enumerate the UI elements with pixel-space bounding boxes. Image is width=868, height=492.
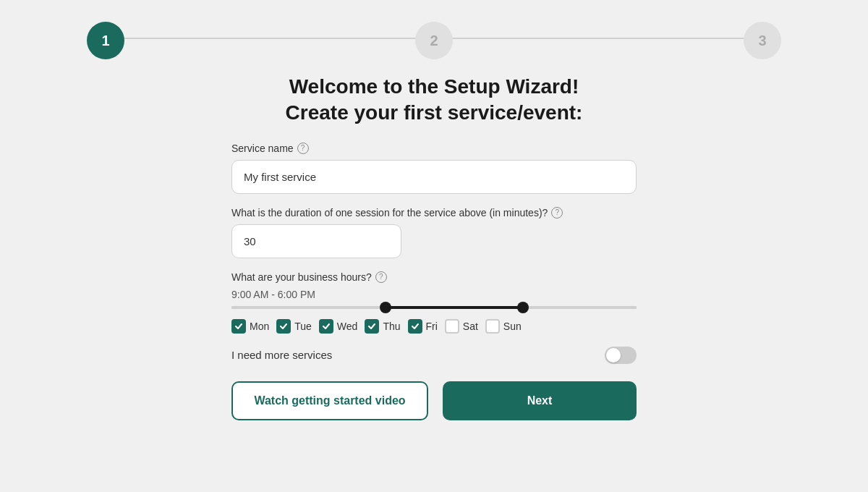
service-name-input[interactable] (231, 160, 637, 194)
day-item-sun: Sun (485, 319, 522, 334)
more-services-label: I need more services (231, 349, 332, 361)
duration-label: What is the duration of one session for … (231, 207, 637, 219)
day-checkbox-sat[interactable] (445, 319, 459, 334)
step-3[interactable]: 3 (744, 22, 781, 59)
day-item-sat: Sat (445, 319, 478, 334)
day-checkbox-fri[interactable] (408, 319, 422, 334)
day-item-wed: Wed (319, 319, 358, 334)
day-checkbox-thu[interactable] (365, 319, 379, 334)
toggle-knob (606, 348, 621, 362)
day-label-tue: Tue (294, 321, 312, 332)
day-label-mon: Mon (250, 321, 269, 332)
step-2[interactable]: 2 (415, 22, 453, 59)
next-button[interactable]: Next (443, 381, 637, 420)
days-row: Mon Tue Wed Thu FriSatSun (231, 319, 522, 334)
day-item-fri: Fri (408, 319, 438, 334)
duration-group: What is the duration of one session for … (231, 207, 637, 271)
business-hours-group: What are your business hours? ? 9:00 AM … (231, 271, 637, 319)
page-title: Welcome to the Setup Wizard! Create your… (231, 74, 637, 127)
watch-video-button[interactable]: Watch getting started video (231, 381, 428, 420)
day-label-thu: Thu (383, 321, 400, 332)
slider-active-range (386, 306, 523, 309)
business-hours-label: What are your business hours? ? (231, 271, 637, 283)
page-wrapper: 1 2 3 Welcome to the Setup Wizard! Creat… (0, 0, 868, 492)
day-checkbox-mon[interactable] (231, 319, 246, 334)
step-1[interactable]: 1 (87, 22, 124, 59)
stepper: 1 2 3 (0, 0, 868, 67)
hours-range-text: 9:00 AM - 6:00 PM (231, 289, 637, 300)
more-services-toggle[interactable] (605, 347, 637, 364)
day-label-sat: Sat (463, 321, 478, 332)
day-label-sun: Sun (503, 321, 522, 332)
day-label-wed: Wed (337, 321, 358, 332)
toggle-row: I need more services (231, 347, 637, 364)
day-item-thu: Thu (365, 319, 400, 334)
service-name-group: Service name ? (231, 143, 637, 207)
business-hours-help-icon[interactable]: ? (375, 271, 387, 283)
day-item-tue: Tue (276, 319, 312, 334)
slider-track (231, 306, 637, 309)
day-label-fri: Fri (426, 321, 438, 332)
day-item-mon: Mon (231, 319, 269, 334)
duration-input[interactable] (231, 224, 401, 258)
hours-slider[interactable] (231, 306, 637, 309)
service-name-label: Service name ? (231, 143, 637, 154)
buttons-row: Watch getting started video Next (231, 381, 637, 420)
day-checkbox-tue[interactable] (276, 319, 291, 334)
day-checkbox-wed[interactable] (319, 319, 333, 334)
service-name-help-icon[interactable]: ? (297, 143, 309, 154)
duration-help-icon[interactable]: ? (551, 207, 563, 219)
main-content: Welcome to the Setup Wizard! Create your… (231, 74, 637, 420)
day-checkbox-sun[interactable] (485, 319, 500, 334)
